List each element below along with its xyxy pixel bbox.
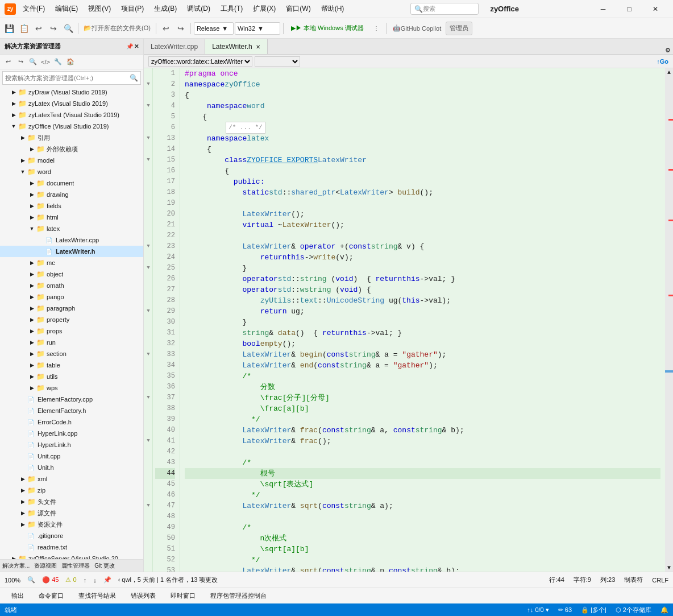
maximize-button[interactable]: □ [616,0,642,18]
tree-item-zip[interactable]: ▶ 📁 zip [0,485,143,496]
tree-item-run[interactable]: ▶ 📁 run [0,337,143,348]
bottom-tab-cmd[interactable]: 命令窗口 [32,590,70,601]
sb-btn-2[interactable]: ↪ [15,56,26,68]
sb-btn-4[interactable]: </> [40,56,51,68]
sidebar-tab-solution[interactable]: 解决方案... [2,562,30,570]
sidebar-search[interactable]: 🔍 [2,71,141,85]
tree-item-property[interactable]: ▶ 📁 property [0,314,143,325]
right-scrollbar[interactable]: ▲ ▼ [665,68,673,572]
tree-item-headers[interactable]: ▶ 📁 头文件 [0,496,143,507]
run-btn[interactable]: ▶ ▶ 本地 Windows 调试器 [286,22,368,35]
tree-item-ref[interactable]: ▶ 📁 引用 [0,132,143,143]
scope-selector[interactable]: zyOffice::word::latex::LatexWriter [148,56,252,67]
tree-arrow-resources[interactable]: ▶ [18,522,27,527]
tree-arrow-property[interactable]: ▶ [27,317,36,323]
tree-arrow-fields[interactable]: ▶ [27,203,36,209]
toolbar-more-run[interactable]: ⋮ [369,22,383,35]
tree-item-omath[interactable]: ▶ 📁 omath [0,280,143,291]
toolbar-btn-2[interactable]: 📋 [17,22,31,35]
tree-arrow-latex[interactable]: ▼ [27,226,36,231]
tree-item-latexwriter-cpp[interactable]: 📄 LatexWriter.cpp [0,234,143,246]
tree-arrow-html[interactable]: ▶ [27,214,36,220]
fold-comment-nsqrt[interactable]: ▼ [144,392,153,403]
platform-dropdown[interactable]: Win32 ▼ [235,22,280,35]
tree-arrow-paragraph[interactable]: ▶ [27,305,36,311]
tree-item-zyDraw[interactable]: ▶ 📁 zyDraw (Visual Studio 2019) [0,86,143,98]
tree-item-model[interactable]: ▶ 📁 model [0,155,143,166]
tree-arrow-sources[interactable]: ▶ [18,510,27,516]
tree-arrow-extdep[interactable]: ▶ [27,146,36,152]
tree-arrow-utils[interactable]: ▶ [27,374,36,379]
tree-item-elemfactory-h[interactable]: 📄 ElementFactory.h [0,405,143,416]
tree-item-utils[interactable]: ▶ 📁 utils [0,371,143,382]
notif-icon[interactable]: 🔔 [660,606,668,614]
sb-btn-3[interactable]: 🔍 [27,56,39,68]
tree-item-fields[interactable]: ▶ 📁 fields [0,200,143,212]
tree-arrow-headers[interactable]: ▶ [18,499,27,505]
tree-item-latex[interactable]: ▼ 📁 latex [0,223,143,234]
tab-latexwriter-h[interactable]: LatexWriter.h ✕ [205,39,267,54]
tree-arrow-ref[interactable]: ▶ [18,135,27,140]
tree-item-zyOffice[interactable]: ▼ 📁 zyOffice (Visual Studio 2019) [0,121,143,132]
sidebar-tab-git[interactable]: Git 更改 [94,562,115,570]
tree-arrow-mc[interactable]: ▶ [27,260,36,266]
search-input[interactable] [5,75,127,81]
config-dropdown[interactable]: Release ▼ [194,22,234,35]
tree-arrow-zylatex[interactable]: ▶ [9,101,18,106]
tree-arrow-object[interactable]: ▶ [27,271,36,277]
member-selector[interactable] [255,56,300,67]
scroll-down-btn[interactable]: ▼ [665,564,673,572]
admin-btn[interactable]: 管理员 [446,22,472,35]
tree-arrow-zyoffice[interactable]: ▼ [9,123,18,129]
fold-ns-zyoffice[interactable]: ▼ [144,79,153,90]
tree-item-zyLatexTest[interactable]: ▶ 📁 zyLatexTest (Visual Studio 2019) [0,109,143,121]
fold-operator-plus[interactable]: ▼ [144,241,153,252]
menu-tools[interactable]: 工具(T) [216,2,247,16]
fold-comment-sup[interactable]: ▼ [144,436,153,447]
fold-class[interactable]: ▼ [144,155,153,166]
code-content[interactable]: #pragma once namespace zyOffice { namesp… [180,68,665,572]
bottom-tab-errors[interactable]: 错误列表 [124,590,163,601]
error-count[interactable]: 🔴 45 [42,576,59,584]
menu-project[interactable]: 项目(P) [117,2,148,16]
fold-operator-wstr[interactable]: ▼ [144,263,153,274]
tree-arrow[interactable]: ▶ [9,89,18,95]
tree-arrow-drawing[interactable]: ▶ [27,192,36,197]
tree-item-xml[interactable]: ▶ 📁 xml [0,473,143,485]
tree-item-unit-cpp[interactable]: 📄 Unit.cpp [0,450,143,462]
toolbar-undo[interactable]: ↩ [159,22,173,35]
tree-item-object[interactable]: ▶ 📁 object [0,268,143,280]
pin-icon[interactable]: 📌 [126,43,133,49]
titlebar-search[interactable]: 🔍 搜索 [410,3,479,15]
sb-btn-6[interactable]: 🏠 [65,56,76,68]
down-nav[interactable]: ↓ [93,577,97,584]
zoom-level[interactable]: 100% [5,577,20,584]
indent-type[interactable]: 制表符 [624,576,643,584]
go-btn[interactable]: ↑Go [657,58,668,65]
tree-arrow-word[interactable]: ▼ [18,169,27,175]
toolbar-btn-3[interactable]: ↩ [32,22,45,35]
tree-item-zyLatex[interactable]: ▶ 📁 zyLatex (Visual Studio 2019) [0,98,143,109]
tree-item-resources[interactable]: ▶ 📁 资源文件 [0,519,143,530]
tree-arrow-run[interactable]: ▶ [27,340,36,345]
tree-item-errorcode[interactable]: 📄 ErrorCode.h [0,416,143,428]
toolbar-btn-1[interactable]: 💾 [2,22,16,35]
menu-file[interactable]: 文件(F) [18,2,49,16]
tree-item-section[interactable]: ▶ 📁 section [0,348,143,359]
tree-item-elemfactory-cpp[interactable]: 📄 ElementFactory.cpp [0,394,143,405]
fold-ns-latex[interactable]: ▼ [144,133,153,144]
tree-arrow-xml[interactable]: ▶ [18,476,27,482]
tree-arrow-props[interactable]: ▶ [27,328,36,334]
menu-build[interactable]: 生成(B) [149,2,181,16]
tree-item-gitignore[interactable]: 📄 .gitignore [0,530,143,541]
sb-btn-5[interactable]: 🔧 [52,56,64,68]
tree-item-hyperlink-cpp[interactable]: 📄 HyperLink.cpp [0,428,143,439]
scroll-up-btn[interactable]: ▲ [665,68,673,76]
tree-item-mc[interactable]: ▶ 📁 mc [0,257,143,268]
tree-arrow-doc[interactable]: ▶ [27,180,36,186]
sb-btn-1[interactable]: ↩ [2,56,14,68]
toolbar-btn-5[interactable]: 🔍 [61,22,75,35]
menu-view[interactable]: 视图(V) [84,2,115,16]
tree-item-table[interactable]: ▶ 📁 table [0,359,143,371]
tree-arrow-wps[interactable]: ▶ [27,385,36,391]
